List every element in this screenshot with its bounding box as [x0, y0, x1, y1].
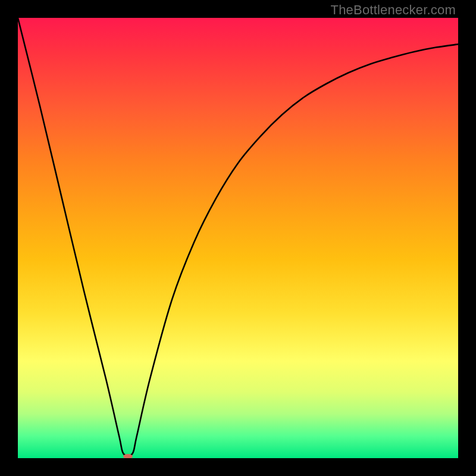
chart-frame: TheBottlenecker.com — [0, 0, 476, 476]
curve-layer — [18, 18, 458, 458]
bottleneck-curve — [18, 18, 458, 456]
attribution-text: TheBottlenecker.com — [331, 2, 456, 18]
plot-area — [18, 18, 458, 458]
